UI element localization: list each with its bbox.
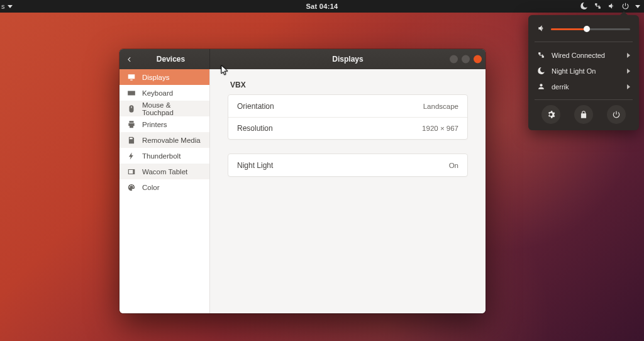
sidebar-item-wacom-tablet[interactable]: Wacom Tablet [119, 164, 209, 179]
window-controls [450, 55, 482, 64]
displays-content: VBX Orientation Landscape Resolution 192… [210, 69, 486, 313]
back-button[interactable] [119, 49, 138, 69]
window-maximize-button[interactable] [462, 55, 470, 64]
sidebar-title: Devices [138, 55, 209, 64]
sidebar-item-label: Displays [142, 74, 169, 81]
sidebar-item-label: Keyboard [142, 89, 173, 97]
volume-icon [537, 24, 546, 34]
row-label: Orientation [237, 102, 274, 111]
settings-icon [547, 110, 555, 119]
sysmenu-item-network[interactable]: Wired Connected [535, 47, 633, 63]
tablet-icon [127, 167, 136, 176]
removable-media-icon [127, 136, 136, 145]
sidebar-item-printers[interactable]: Printers [119, 116, 209, 132]
settings-button[interactable] [541, 105, 560, 124]
sidebar-item-mouse-touchpad[interactable]: Mouse & Touchpad [119, 101, 209, 116]
menu-separator [535, 42, 633, 42]
window-headerbar: Devices Displays [119, 49, 486, 69]
keyboard-icon [127, 89, 136, 98]
mouse-icon [127, 104, 136, 113]
chevron-right-icon [627, 69, 630, 74]
chevron-down-icon [635, 5, 640, 8]
sysmenu-item-night-light[interactable]: Night Light On [535, 63, 633, 79]
power-icon [621, 2, 630, 11]
volume-slider-thumb[interactable] [584, 26, 590, 32]
volume-slider-row [537, 24, 630, 34]
sidebar-item-label: Printers [142, 121, 167, 128]
network-wired-icon [594, 2, 602, 11]
night-light-icon [537, 67, 545, 75]
display-name-heading: VBX [230, 81, 468, 89]
desktop-wallpaper: s Sat 04:14 [0, 0, 644, 341]
topbar-left-text: s [1, 3, 5, 10]
row-resolution[interactable]: Resolution 1920 × 967 [228, 117, 467, 139]
settings-window: Devices Displays Displays [119, 49, 486, 313]
volume-slider-fill [551, 28, 587, 30]
page-title: Displays [332, 55, 363, 64]
devices-sidebar: Displays Keyboard Mouse & Touchpad Print… [119, 69, 210, 313]
network-wired-icon [537, 51, 545, 59]
sidebar-item-label: Mouse & Touchpad [142, 101, 202, 116]
system-menu: Wired Connected Night Light On derrik [528, 15, 639, 130]
display-properties-panel: Orientation Landscape Resolution 1920 × … [228, 94, 468, 140]
topbar-left-fragment: s [1, 0, 13, 13]
headerbar-sidebar: Devices [119, 49, 210, 69]
sidebar-item-label: Removable Media [142, 137, 201, 144]
night-light-panel: Night Light On [228, 154, 468, 177]
chevron-right-icon [627, 84, 630, 89]
thunderbolt-icon [127, 152, 136, 160]
sysmenu-item-user[interactable]: derrik [535, 79, 633, 94]
menu-separator [535, 99, 633, 100]
sidebar-item-label: Thunderbolt [142, 152, 180, 160]
user-icon [537, 82, 545, 91]
sidebar-item-displays[interactable]: Displays [119, 69, 209, 85]
row-value: Landscape [423, 103, 458, 110]
sidebar-item-thunderbolt[interactable]: Thunderbolt [119, 148, 209, 164]
sidebar-item-label: Wacom Tablet [142, 168, 187, 176]
power-icon [612, 110, 621, 119]
chevron-left-icon [126, 56, 133, 63]
row-night-light[interactable]: Night Light On [228, 154, 467, 176]
row-label: Night Light [237, 161, 273, 170]
row-value: 1920 × 967 [422, 125, 458, 132]
row-label: Resolution [237, 124, 273, 133]
sidebar-item-keyboard[interactable]: Keyboard [119, 85, 209, 101]
sysmenu-item-label: derrik [552, 83, 621, 91]
lock-button[interactable] [574, 105, 593, 124]
row-value: On [449, 162, 458, 169]
chevron-down-icon [8, 5, 13, 8]
power-button[interactable] [607, 105, 626, 124]
sidebar-item-removable-media[interactable]: Removable Media [119, 132, 209, 148]
sysmenu-item-label: Night Light On [552, 67, 621, 75]
chevron-right-icon [627, 53, 630, 58]
volume-icon [608, 2, 616, 11]
gnome-top-bar: s Sat 04:14 [0, 0, 644, 13]
display-icon [127, 73, 136, 82]
color-icon [127, 183, 136, 192]
sidebar-item-color[interactable]: Color [119, 179, 209, 195]
window-close-button[interactable] [474, 55, 482, 64]
sysmenu-action-row [535, 105, 633, 124]
row-orientation[interactable]: Orientation Landscape [228, 95, 467, 117]
lock-icon [579, 110, 588, 119]
printer-icon [127, 120, 136, 129]
window-minimize-button[interactable] [450, 55, 458, 64]
night-light-icon [580, 2, 588, 11]
topbar-clock[interactable]: Sat 04:14 [306, 3, 338, 10]
sidebar-item-label: Color [142, 184, 159, 191]
volume-slider[interactable] [551, 28, 630, 30]
sysmenu-item-label: Wired Connected [552, 52, 621, 59]
status-area[interactable] [580, 0, 640, 13]
headerbar-main: Displays [210, 49, 486, 69]
